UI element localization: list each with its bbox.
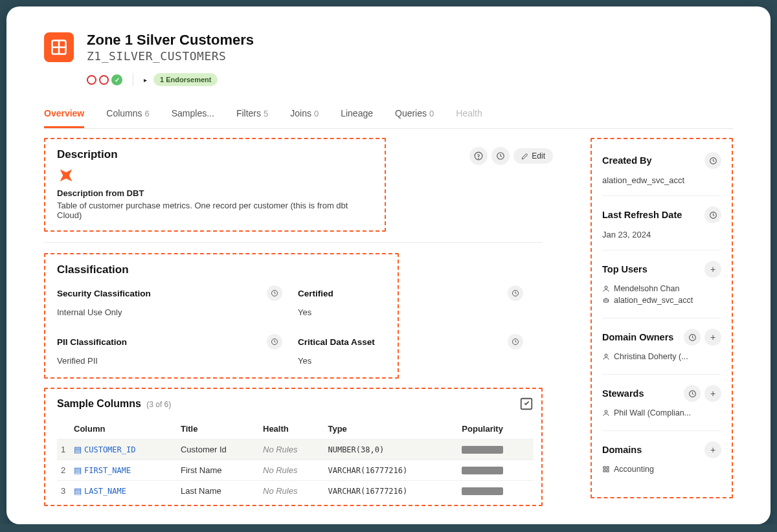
column-health: No Rules — [259, 439, 324, 460]
column-link[interactable]: LAST_NAME — [84, 487, 126, 496]
column-health: No Rules — [259, 460, 324, 481]
flag-ring-icon — [99, 75, 109, 85]
tab-joins[interactable]: Joins0 — [290, 108, 319, 128]
col-header-column: Column — [70, 419, 177, 439]
history-icon[interactable] — [684, 385, 701, 402]
user-item[interactable]: Mendelsohn Chan — [602, 284, 721, 293]
add-icon[interactable]: + — [704, 261, 721, 278]
trust-flags[interactable]: ✓ — [87, 74, 122, 85]
add-icon[interactable]: + — [704, 329, 721, 346]
edit-button[interactable]: Edit — [513, 148, 553, 164]
column-title: Customer Id — [177, 439, 259, 460]
endorsement-badge[interactable]: 1 Endorsement — [153, 73, 218, 86]
tab-lineage[interactable]: Lineage — [341, 108, 373, 128]
sample-columns-table: Column Title Health Type Popularity 1 ▤C… — [57, 419, 534, 501]
stewards-label: Stewards — [602, 388, 644, 399]
col-header-health: Health — [259, 419, 324, 439]
tab-health[interactable]: Health — [456, 108, 482, 128]
table-row[interactable]: 3 ▤LAST_NAME Last Name No Rules VARCHAR(… — [57, 481, 534, 502]
add-icon[interactable]: + — [704, 385, 721, 402]
description-section: Description Edit Description from DBT Ta… — [44, 138, 386, 232]
critical-asset-value: Yes — [298, 356, 523, 366]
security-classification-value: Internal Use Only — [57, 307, 282, 317]
history-icon[interactable] — [684, 329, 701, 346]
column-type: NUMBER(38,0) — [324, 439, 458, 460]
svg-point-16 — [607, 300, 607, 301]
tab-filters[interactable]: Filters5 — [236, 108, 268, 128]
column-link[interactable]: CUSTOMER_ID — [84, 445, 135, 454]
tab-queries[interactable]: Queries0 — [395, 108, 434, 128]
svg-rect-24 — [607, 470, 609, 472]
popularity-bar — [462, 467, 503, 474]
row-index: 1 — [57, 439, 70, 460]
col-header-title: Title — [177, 419, 259, 439]
domain-item[interactable]: Accounting — [602, 465, 721, 474]
pii-classification-label: PII Classification — [57, 337, 127, 347]
column-type: VARCHAR(16777216) — [324, 481, 458, 502]
created-by-label: Created By — [602, 155, 652, 166]
divider — [133, 73, 133, 86]
history-icon[interactable] — [704, 152, 721, 169]
column-type: VARCHAR(16777216) — [324, 460, 458, 481]
svg-point-20 — [605, 410, 607, 413]
column-health: No Rules — [259, 481, 324, 502]
flag-ring-icon — [87, 75, 96, 85]
description-text: Table of customer purchase metrics. One … — [57, 201, 373, 220]
user-item[interactable]: alation_edw_svc_acct — [602, 296, 721, 305]
certified-label: Certified — [298, 289, 333, 298]
column-link[interactable]: FIRST_NAME — [84, 466, 131, 475]
col-header-type: Type — [324, 419, 458, 439]
sample-columns-heading: Sample Columns (3 of 6) — [57, 398, 171, 410]
flag-check-icon: ✓ — [111, 74, 122, 85]
domain-owners-label: Domain Owners — [602, 332, 673, 342]
column-title: First Name — [177, 460, 259, 481]
history-icon[interactable] — [491, 147, 510, 165]
svg-point-15 — [605, 300, 605, 301]
caret-right-icon[interactable]: ▸ — [144, 76, 147, 83]
tab-overview[interactable]: Overview — [44, 108, 84, 128]
refresh-date-label: Last Refresh Date — [602, 210, 682, 220]
tab-samples[interactable]: Samples... — [172, 108, 214, 128]
column-icon: ▤ — [74, 445, 82, 454]
critical-asset-label: Critical Data Asset — [298, 337, 375, 347]
user-item[interactable]: Christina Doherty (... — [602, 352, 721, 361]
security-classification-label: Security Classification — [57, 289, 151, 298]
table-row[interactable]: 1 ▤CUSTOMER_ID Customer Id No Rules NUMB… — [57, 439, 534, 460]
add-icon[interactable]: + — [704, 441, 721, 458]
column-icon: ▤ — [74, 486, 82, 496]
pii-classification-value: Verified PII — [57, 356, 282, 366]
tab-columns[interactable]: Columns6 — [106, 108, 149, 128]
classification-section: Classification Security Classification I… — [44, 253, 399, 379]
svg-rect-21 — [603, 467, 605, 469]
user-item[interactable]: Phil Wall (Complian... — [602, 408, 721, 417]
history-icon[interactable] — [704, 206, 721, 223]
history-icon[interactable] — [508, 334, 523, 349]
history-icon[interactable] — [267, 334, 282, 349]
column-title: Last Name — [177, 481, 259, 502]
svg-rect-22 — [607, 467, 609, 469]
description-heading: Description — [57, 148, 118, 161]
popularity-bar — [462, 487, 503, 495]
history-icon[interactable] — [508, 285, 523, 301]
svg-point-4 — [479, 158, 479, 159]
refresh-date-value: Jan 23, 2024 — [602, 230, 721, 239]
metadata-sidebar: Created By alation_edw_svc_acct Last Ref… — [591, 138, 733, 498]
svg-rect-23 — [603, 470, 605, 472]
page-title: Zone 1 Silver Customers — [87, 32, 254, 48]
table-row[interactable]: 2 ▤FIRST_NAME First Name No Rules VARCHA… — [57, 460, 534, 481]
created-by-value: alation_edw_svc_acct — [602, 175, 721, 185]
history-icon[interactable] — [267, 285, 282, 301]
dbt-icon — [57, 166, 75, 184]
table-name: Z1_SILVER_CUSTOMERS — [87, 49, 254, 63]
edit-columns-icon[interactable] — [519, 397, 534, 411]
col-header-popularity: Popularity — [458, 419, 534, 439]
domains-label: Domains — [602, 445, 642, 455]
tabs: Overview Columns6 Samples... Filters5 Jo… — [44, 108, 733, 129]
row-index: 2 — [57, 460, 70, 481]
svg-point-13 — [605, 286, 607, 289]
top-users-label: Top Users — [602, 264, 648, 274]
classification-heading: Classification — [57, 263, 386, 276]
table-icon — [44, 32, 74, 62]
help-icon[interactable] — [469, 147, 488, 165]
svg-point-18 — [605, 354, 607, 357]
